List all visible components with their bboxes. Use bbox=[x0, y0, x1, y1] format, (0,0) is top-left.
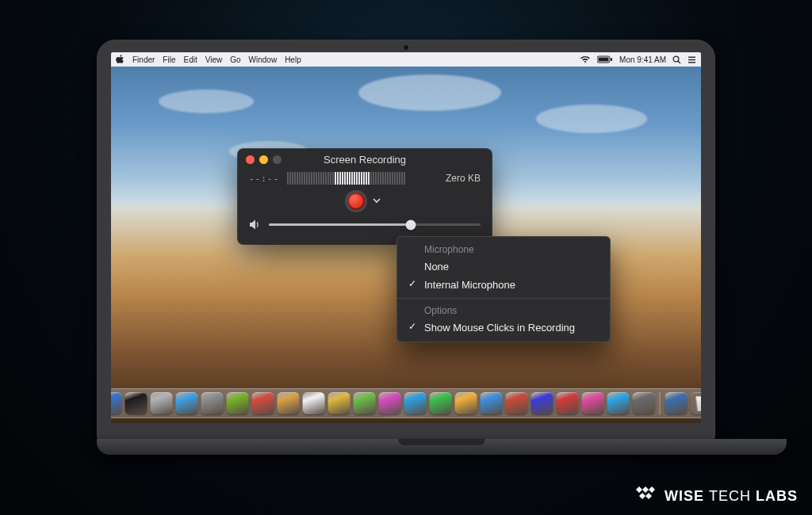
dock-app-16[interactable] bbox=[506, 392, 528, 414]
watermark-brand-3: LABS bbox=[756, 488, 798, 504]
dock-app-11[interactable] bbox=[379, 392, 401, 414]
watermark: WISE TECH LABS bbox=[633, 485, 798, 507]
dock-app-7[interactable] bbox=[278, 392, 300, 414]
apple-menu-icon[interactable] bbox=[116, 55, 124, 64]
dock-app-2[interactable] bbox=[151, 392, 173, 414]
menu-separator bbox=[397, 298, 610, 299]
dock-app-5[interactable] bbox=[227, 392, 249, 414]
notification-center-icon[interactable] bbox=[688, 55, 696, 64]
menu-item-microphone-none[interactable]: None bbox=[397, 258, 610, 276]
dock-app-18[interactable] bbox=[557, 392, 579, 414]
record-button[interactable] bbox=[347, 193, 365, 210]
volume-slider[interactable] bbox=[269, 223, 481, 226]
dock-app-17[interactable] bbox=[531, 392, 553, 414]
minimize-button[interactable] bbox=[259, 155, 268, 164]
menu-section-options: Options bbox=[397, 303, 610, 319]
laptop-base bbox=[97, 439, 787, 455]
svg-rect-6 bbox=[688, 59, 695, 59]
dock-app-22[interactable] bbox=[665, 392, 688, 414]
menu-item-show-mouse-clicks[interactable]: Show Mouse Clicks in Recording bbox=[397, 319, 610, 337]
wifi-icon[interactable] bbox=[580, 55, 591, 63]
close-button[interactable] bbox=[246, 155, 255, 164]
audio-level-meter bbox=[287, 172, 438, 185]
elapsed-time: --:-- bbox=[249, 174, 279, 184]
svg-point-3 bbox=[673, 56, 679, 62]
dock-app-9[interactable] bbox=[328, 392, 350, 414]
recording-options-menu: Microphone None Internal Microphone Opti… bbox=[396, 236, 611, 342]
options-chevron-button[interactable] bbox=[371, 196, 382, 207]
dock-app-3[interactable] bbox=[176, 392, 198, 414]
dock-app-12[interactable] bbox=[404, 392, 427, 414]
menu-section-microphone: Microphone bbox=[397, 242, 610, 258]
svg-rect-5 bbox=[688, 56, 695, 57]
file-size: Zero KB bbox=[446, 173, 481, 184]
dock-app-21[interactable] bbox=[633, 392, 655, 414]
menu-item-microphone-internal[interactable]: Internal Microphone bbox=[397, 276, 610, 294]
dock-app-1[interactable] bbox=[125, 392, 147, 414]
laptop-camera bbox=[404, 45, 408, 50]
dock-app-0[interactable] bbox=[111, 392, 122, 414]
svg-rect-1 bbox=[599, 58, 609, 62]
dock-app-19[interactable] bbox=[582, 392, 604, 414]
spotlight-icon[interactable] bbox=[672, 55, 681, 64]
menubar-item-window[interactable]: Window bbox=[249, 55, 278, 64]
dock bbox=[111, 388, 701, 418]
zoom-button bbox=[273, 155, 282, 164]
menubar-item-file[interactable]: File bbox=[163, 55, 175, 64]
slider-knob[interactable] bbox=[405, 219, 416, 230]
watermark-brand-2: TECH bbox=[709, 488, 751, 504]
dock-app-4[interactable] bbox=[201, 392, 224, 414]
volume-icon bbox=[249, 219, 261, 230]
dock-app-6[interactable] bbox=[252, 392, 274, 414]
menubar-item-go[interactable]: Go bbox=[230, 55, 240, 64]
watermark-brand-1: WISE bbox=[665, 488, 704, 504]
dock-app-8[interactable] bbox=[303, 392, 325, 414]
svg-line-4 bbox=[678, 61, 680, 63]
screen-recording-window: Screen Recording --:-- Zero KB bbox=[238, 149, 492, 244]
menubar: Finder File Edit View Go Window Help Mon… bbox=[111, 52, 701, 67]
dock-app-20[interactable] bbox=[607, 392, 630, 414]
dock-app-10[interactable] bbox=[354, 392, 376, 414]
menubar-app-name[interactable]: Finder bbox=[132, 55, 155, 64]
dock-app-23[interactable] bbox=[691, 392, 702, 414]
menubar-item-view[interactable]: View bbox=[205, 55, 223, 64]
chevron-down-icon bbox=[373, 198, 381, 204]
dock-app-14[interactable] bbox=[455, 392, 477, 414]
dock-app-13[interactable] bbox=[430, 392, 452, 414]
svg-rect-7 bbox=[688, 62, 695, 63]
menubar-item-edit[interactable]: Edit bbox=[183, 55, 197, 64]
watermark-logo-icon bbox=[633, 485, 658, 507]
menubar-item-help[interactable]: Help bbox=[285, 55, 301, 64]
dock-app-15[interactable] bbox=[481, 392, 503, 414]
menubar-clock[interactable]: Mon 9:41 AM bbox=[619, 55, 666, 64]
battery-icon[interactable] bbox=[597, 55, 613, 63]
svg-rect-2 bbox=[611, 58, 612, 61]
